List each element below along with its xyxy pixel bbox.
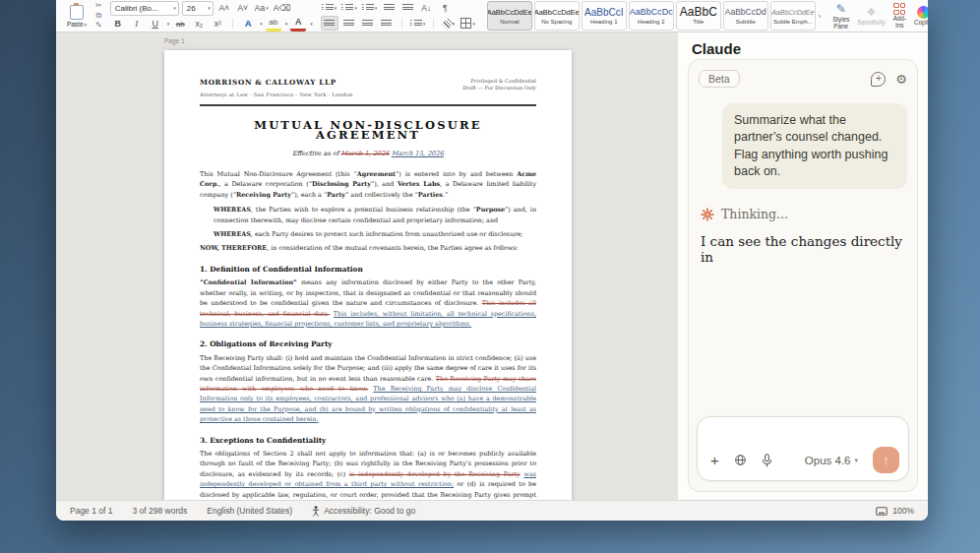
strikethrough-button[interactable]: ab xyxy=(172,18,188,31)
shading-button[interactable]: ▾ xyxy=(441,17,457,30)
firm-name: MORRISON & CALLOWAY LLP xyxy=(200,78,353,88)
chevron-down-icon: ▾ xyxy=(167,21,170,27)
copilot-icon xyxy=(917,6,928,19)
gear-icon[interactable]: ⚙ xyxy=(895,73,907,86)
sensitivity-icon: ❖ xyxy=(867,6,877,19)
align-center-button[interactable] xyxy=(341,17,357,30)
focus-mode-icon xyxy=(876,507,888,516)
page-label: Page 1 xyxy=(164,37,185,44)
claude-chat-card: Beta ⚙ Summarize what the partner’s coun… xyxy=(688,59,918,492)
paste-button[interactable]: Paste▾ xyxy=(62,1,92,31)
model-selector[interactable]: Opus 4.6 ▾ xyxy=(805,455,858,466)
page-count[interactable]: Page 1 of 1 xyxy=(70,506,112,516)
chevron-down-icon: ▾ xyxy=(85,22,88,28)
borders-button[interactable]: ▾ xyxy=(459,17,476,30)
borders-icon xyxy=(460,18,471,29)
send-button[interactable]: ↑ xyxy=(873,447,899,473)
privilege-line-2: Draft — For Discussion Only xyxy=(462,85,536,92)
paste-clipboard-icon xyxy=(70,5,84,20)
paragraph-marks-button[interactable]: ¶ xyxy=(437,2,453,15)
microphone-icon[interactable] xyxy=(762,454,772,467)
outdent-icon xyxy=(384,4,395,12)
privilege-line-1: Privileged & Confidential xyxy=(462,78,536,85)
copilot-button[interactable]: Copilot xyxy=(914,1,928,31)
bullets-button[interactable]: ▾ xyxy=(321,2,338,15)
text-effects-button[interactable]: A xyxy=(240,18,256,31)
section-1-heading: 1. Definition of Confidential Informatio… xyxy=(200,265,536,275)
font-color-button[interactable]: A xyxy=(290,16,306,31)
superscript-button[interactable]: x² xyxy=(210,18,225,31)
increase-indent-button[interactable] xyxy=(399,2,415,15)
format-painter-button[interactable]: ✎ xyxy=(95,22,102,30)
attach-plus-icon[interactable]: + xyxy=(710,453,719,467)
copy-button[interactable]: ⧉ xyxy=(95,12,102,20)
decrease-indent-button[interactable] xyxy=(381,2,397,15)
word-count[interactable]: 3 of 298 words xyxy=(132,506,187,516)
clear-formatting-button[interactable]: A⌫ xyxy=(273,2,292,15)
style-heading-2[interactable]: AaBbCcDc Heading 2 xyxy=(629,1,674,31)
globe-icon[interactable] xyxy=(734,454,747,466)
highlight-button[interactable]: ab xyxy=(266,16,281,31)
subscript-button[interactable]: x₂ xyxy=(191,18,207,31)
chevron-down-icon: ▾ xyxy=(260,21,263,27)
chevron-down-icon: ▾ xyxy=(285,21,288,27)
style-normal[interactable]: AaBbCcDdEe Normal xyxy=(487,1,532,31)
zoom-level[interactable]: 100% xyxy=(892,506,914,516)
language-status[interactable]: English (United States) xyxy=(207,506,292,516)
italic-button[interactable]: I xyxy=(129,18,145,31)
letterhead: MORRISON & CALLOWAY LLP Attorneys at Law… xyxy=(200,78,536,106)
firm-tagline: Attorneys at Law · San Francisco · New Y… xyxy=(200,90,353,99)
thinking-label: Thinking... xyxy=(721,207,788,221)
align-left-icon xyxy=(324,20,335,28)
now-therefore-paragraph: NOW, THEREFORE, in consideration of the … xyxy=(200,243,536,253)
change-case-button[interactable]: Aa▾ xyxy=(254,2,270,15)
document-canvas[interactable]: Page 1 MORRISON & CALLOWAY LLP Attorneys… xyxy=(56,32,677,500)
numbering-button[interactable]: ▾ xyxy=(340,2,358,15)
bullet-list-icon xyxy=(322,4,334,12)
styles-gallery-more-button[interactable]: › xyxy=(818,13,822,20)
assistant-response-text: I can see the changes directly in xyxy=(701,233,905,265)
indent-icon xyxy=(402,4,413,12)
align-right-button[interactable] xyxy=(360,17,376,30)
accessibility-status[interactable]: Accessibility: Good to go xyxy=(312,506,415,517)
grow-font-button[interactable]: A˄ xyxy=(216,2,232,15)
effective-date-line: Effective as of March 1, 2026 March 15, … xyxy=(200,149,536,158)
styles-gallery: AaBbCcDdEe Normal AaBbCcDdEe No Spacing … xyxy=(484,1,825,31)
style-title[interactable]: AaBbC Title xyxy=(676,1,721,31)
line-spacing-button[interactable]: ▾ xyxy=(409,17,427,30)
add-ins-button[interactable]: Add-ins xyxy=(893,1,906,31)
justify-button[interactable] xyxy=(379,17,395,30)
word-window: Paste▾ ✂ ⧉ ✎ Calibri (Bo...▾ 26▾ A˄ A˅ A… xyxy=(56,0,928,521)
claude-panel: Claude Beta ⚙ Summarize what the partner… xyxy=(677,32,928,500)
styles-pane-pencil-icon: ✎ xyxy=(836,2,846,16)
cut-button[interactable]: ✂ xyxy=(95,2,102,10)
sensitivity-button: ❖ Sensitivity xyxy=(857,1,885,31)
multilevel-list-button[interactable]: ▾ xyxy=(361,2,379,15)
new-chat-icon[interactable] xyxy=(871,72,886,87)
recital-1: WHEREAS, the Parties wish to explore a p… xyxy=(200,205,536,225)
underline-button[interactable]: U xyxy=(148,18,163,31)
sort-button[interactable]: A↓ xyxy=(418,2,434,15)
font-name-combo[interactable]: Calibri (Bo...▾ xyxy=(110,1,179,16)
style-subtle-emphasis[interactable]: AaBbCcDdEe Subtle Emph... xyxy=(770,1,816,31)
shrink-font-button[interactable]: A˅ xyxy=(235,2,251,15)
message-input[interactable]: + xyxy=(697,416,909,481)
claude-spark-icon xyxy=(701,208,714,221)
chevron-down-icon: ▾ xyxy=(208,5,211,11)
line-spacing-icon xyxy=(410,20,422,28)
numbered-list-icon xyxy=(341,4,353,12)
style-subtitle[interactable]: AaBbCcDd Subtitle xyxy=(723,1,768,31)
shading-icon xyxy=(442,18,453,29)
claude-panel-title: Claude xyxy=(692,40,928,57)
add-ins-grid-icon xyxy=(893,3,905,15)
font-size-combo[interactable]: 26▾ xyxy=(182,1,214,16)
multilevel-list-icon xyxy=(362,4,374,12)
document-page[interactable]: MORRISON & CALLOWAY LLP Attorneys at Law… xyxy=(164,50,572,500)
intro-paragraph: This Mutual Non-Disclosure Agreement (th… xyxy=(200,169,536,200)
style-no-spacing[interactable]: AaBbCcDdEe No Spacing xyxy=(534,1,580,31)
style-heading-1[interactable]: AaBbCcI Heading 1 xyxy=(582,1,627,31)
align-left-button[interactable] xyxy=(321,16,338,31)
styles-pane-button[interactable]: ✎ Styles Pane xyxy=(832,1,849,31)
bold-button[interactable]: B xyxy=(110,18,126,31)
thinking-indicator: Thinking... xyxy=(701,207,905,221)
